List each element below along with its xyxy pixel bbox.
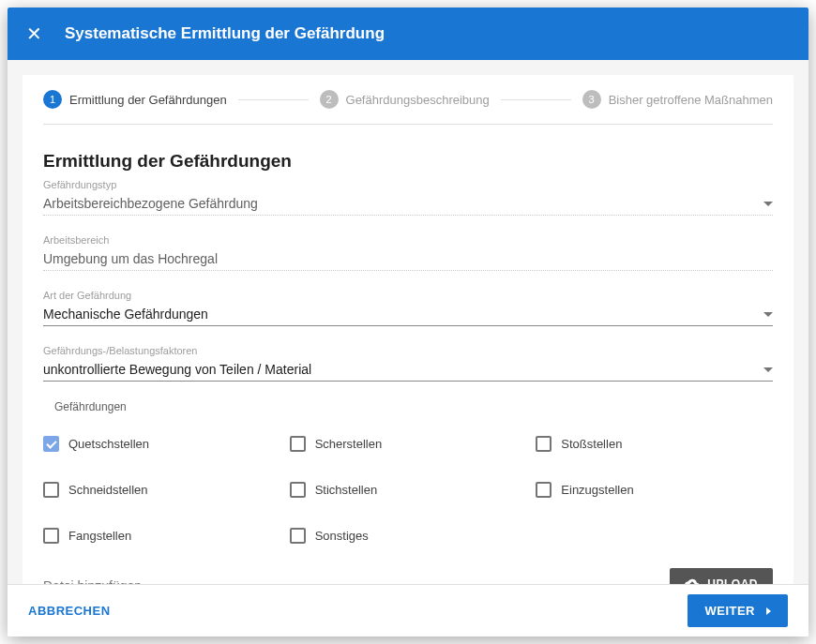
field-work-area[interactable]: Arbeitsbereich Umgebung um das Hochregal	[43, 234, 773, 271]
checkbox-box[interactable]	[43, 482, 59, 498]
chevron-down-icon	[763, 202, 773, 206]
step-connector	[501, 99, 571, 100]
checkbox-item[interactable]: Schneidstellen	[43, 482, 280, 498]
checkbox-item[interactable]: Scherstellen	[290, 436, 527, 452]
button-label: WEITER	[704, 604, 755, 618]
checkbox-label: Schneidstellen	[68, 483, 148, 497]
cancel-button[interactable]: ABBRECHEN	[28, 604, 111, 618]
step-number: 1	[43, 90, 62, 109]
dropdown-value[interactable]: unkontrollierte Bewegung von Teilen / Ma…	[43, 358, 773, 382]
checkbox-label: Stoßstellen	[561, 437, 622, 451]
field-hazard-kind[interactable]: Art der Gefährdung Mechanische Gefährdun…	[43, 290, 773, 326]
checkbox-item[interactable]: Fangstellen	[43, 528, 280, 544]
step-number: 3	[582, 90, 601, 109]
hazards-subsection: Gefährdungen QuetschstellenScherstellenS…	[43, 400, 773, 544]
step-1[interactable]: 1 Ermittlung der Gefährdungen	[43, 90, 227, 109]
next-button[interactable]: WEITER	[688, 594, 788, 627]
step-number: 2	[320, 90, 339, 109]
checkbox-item[interactable]: Stichstellen	[290, 482, 527, 498]
checkbox-item[interactable]: Sonstiges	[290, 528, 527, 544]
checkbox-label: Einzugstellen	[561, 483, 633, 497]
checkbox-item[interactable]: Stoßstellen	[536, 436, 773, 452]
file-input[interactable]: Datei hinzufügen	[43, 573, 568, 584]
step-3[interactable]: 3 Bisher getroffene Maßnahmen	[582, 90, 773, 109]
field-label: Arbeitsbereich	[43, 234, 773, 246]
checkbox-box[interactable]	[43, 528, 59, 544]
checkbox-label: Fangstellen	[68, 529, 131, 543]
checkbox-box[interactable]	[290, 482, 306, 498]
field-text: Mechanische Gefährdungen	[43, 307, 208, 322]
field-hazard-type[interactable]: Gefährdungstyp Arbeitsbereichbezogene Ge…	[43, 179, 773, 216]
step-label: Gefährdungsbeschreibung	[346, 93, 490, 107]
dropdown-value[interactable]: Mechanische Gefährdungen	[43, 303, 773, 326]
field-label: Gefährdungs-/Belastungsfaktoren	[43, 345, 773, 356]
checkbox-box[interactable]	[536, 436, 552, 452]
chevron-right-icon	[766, 607, 771, 615]
step-label: Bisher getroffene Maßnahmen	[609, 93, 773, 107]
file-attach-row: Datei hinzufügen UPLOAD	[43, 568, 773, 584]
scroll-area[interactable]: 1 Ermittlung der Gefährdungen 2 Gefährdu…	[8, 60, 808, 584]
checkbox-box[interactable]	[290, 528, 306, 544]
chevron-down-icon	[763, 367, 773, 372]
checkbox-grid: QuetschstellenScherstellenStoßstellenSch…	[43, 436, 773, 544]
dialog-header: ✕ Systematische Ermittlung der Gefährdun…	[8, 7, 808, 60]
dropdown-value[interactable]: Arbeitsbereichbezogene Gefährdung	[43, 192, 773, 216]
field-label: Gefährdungstyp	[43, 179, 773, 190]
chevron-down-icon	[763, 312, 773, 317]
field-text: Arbeitsbereichbezogene Gefährdung	[43, 196, 258, 211]
cloud-upload-icon	[685, 577, 700, 584]
checkbox-box[interactable]	[536, 482, 552, 498]
checkbox-item[interactable]: Einzugstellen	[536, 482, 773, 498]
upload-button[interactable]: UPLOAD	[670, 568, 773, 584]
subsection-label: Gefährdungen	[43, 400, 773, 413]
field-text: Umgebung um das Hochregal	[43, 251, 218, 266]
button-label: UPLOAD	[707, 577, 758, 584]
step-label: Ermittlung der Gefährdungen	[69, 93, 227, 107]
section-title: Ermittlung der Gefährdungen	[43, 151, 773, 172]
checkbox-box[interactable]	[43, 436, 59, 452]
checkbox-label: Quetschstellen	[68, 437, 149, 451]
checkbox-label: Sonstiges	[315, 529, 369, 543]
checkbox-box[interactable]	[290, 436, 306, 452]
checkbox-label: Scherstellen	[315, 437, 383, 451]
field-label: Art der Gefährdung	[43, 290, 773, 301]
step-2[interactable]: 2 Gefährdungsbeschreibung	[320, 90, 490, 109]
field-factors[interactable]: Gefährdungs-/Belastungsfaktoren unkontro…	[43, 345, 773, 382]
text-value[interactable]: Umgebung um das Hochregal	[43, 247, 773, 271]
stepper: 1 Ermittlung der Gefährdungen 2 Gefährdu…	[43, 90, 773, 125]
field-text: unkontrollierte Bewegung von Teilen / Ma…	[43, 362, 311, 377]
close-icon[interactable]: ✕	[26, 22, 42, 45]
step-connector	[238, 99, 309, 100]
wizard-card: 1 Ermittlung der Gefährdungen 2 Gefährdu…	[23, 75, 793, 584]
checkbox-item[interactable]: Quetschstellen	[43, 436, 280, 452]
dialog-title: Systematische Ermittlung der Gefährdung	[65, 24, 385, 43]
dialog-footer: ABBRECHEN WEITER	[8, 584, 808, 637]
checkbox-label: Stichstellen	[315, 483, 377, 497]
